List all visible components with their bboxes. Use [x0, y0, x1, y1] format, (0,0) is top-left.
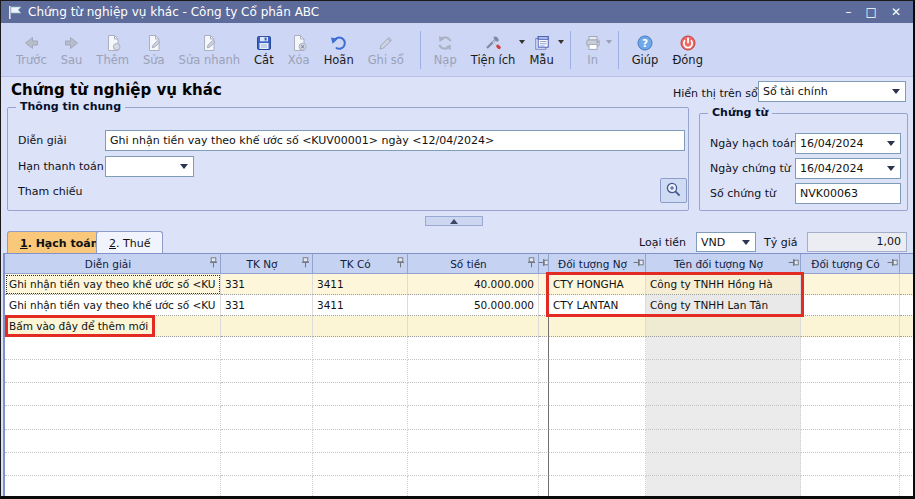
arrow-left-icon — [22, 34, 40, 52]
chevron-down-icon — [887, 166, 895, 171]
empty-cell — [539, 476, 549, 498]
floppy-icon — [255, 34, 273, 52]
grid-cell-tk_co[interactable]: 3411 — [313, 274, 408, 295]
due-date-select[interactable] — [105, 156, 194, 177]
empty-cell — [549, 337, 646, 360]
exchange-rate-input[interactable]: 1,00 — [807, 232, 907, 252]
empty-cell — [5, 476, 221, 498]
pin-icon[interactable] — [301, 257, 310, 270]
previous-button: Trước — [9, 30, 54, 69]
display-on-book-select[interactable]: Sổ tài chính — [758, 81, 906, 102]
maximize-button[interactable]: □ — [866, 6, 877, 18]
pin-icon[interactable] — [209, 257, 218, 270]
empty-cell — [801, 406, 900, 429]
document-date-picker[interactable]: 16/04/2024 — [795, 158, 901, 179]
document-number-input[interactable] — [795, 183, 901, 204]
column-header-doi_tuong_no[interactable]: Đối tượng Nợ — [549, 254, 646, 274]
empty-cell — [313, 360, 408, 383]
column-header-strip[interactable] — [539, 254, 549, 274]
help-button[interactable]: ?Giúp — [625, 30, 666, 69]
grid-cell-dien_giai[interactable]: Ghi nhận tiền vay theo khế ước số <KU — [5, 274, 221, 295]
empty-cell — [900, 406, 914, 429]
chevron-down-icon — [180, 164, 188, 169]
edit-button: Sửa — [136, 30, 172, 69]
toolbar-button-label: Ghi sổ — [368, 54, 404, 67]
empty-cell — [408, 453, 539, 476]
grid-cell-dien_giai[interactable]: Ghi nhận tiền vay theo khế ước số <KU — [5, 295, 221, 316]
grid-cell-doi_tuong_co[interactable] — [801, 274, 900, 295]
refresh-icon — [436, 34, 454, 52]
empty-cell — [408, 383, 539, 406]
empty-cell — [900, 453, 914, 476]
grid-cell-filler — [900, 316, 914, 337]
pin-icon[interactable] — [539, 257, 548, 270]
table-row: Ghi nhận tiền vay theo khế ước số <KU331… — [5, 274, 914, 295]
pin-icon[interactable] — [888, 257, 897, 270]
tab-thue[interactable]: 2. Thuế — [96, 231, 163, 254]
pin-icon[interactable] — [634, 257, 643, 270]
column-header-label: Diễn giải — [7, 258, 209, 270]
grid-cell-tk_co[interactable]: 3411 — [313, 295, 408, 316]
printer-icon — [584, 34, 602, 52]
toolbar-separator — [618, 31, 619, 69]
empty-cell — [549, 476, 646, 498]
grid-cell-so_tien[interactable]: 50.000.000 — [408, 295, 539, 316]
exchange-rate-label: Tỷ giá — [764, 236, 798, 249]
toolbar-button-label: In — [587, 54, 598, 67]
empty-row — [5, 406, 914, 429]
grid-cell-strip — [539, 295, 549, 316]
empty-cell — [313, 476, 408, 498]
reference-lookup-button[interactable] — [660, 178, 687, 203]
empty-cell — [539, 453, 549, 476]
empty-cell — [539, 337, 549, 360]
empty-cell — [900, 430, 914, 453]
add-new-row[interactable]: Bấm vào đây để thêm mới — [5, 316, 914, 337]
grid-cell-doi_tuong_no[interactable]: CTY HONGHA — [549, 274, 646, 295]
grid-cell-ten_doi_tuong_no[interactable]: Công ty TNHH Lan Tân — [646, 295, 801, 316]
undo-button[interactable]: Hoãn — [317, 30, 361, 69]
currency-select[interactable]: VND — [696, 232, 756, 252]
template-button[interactable]: Mẫu — [522, 30, 560, 69]
column-header-doi_tuong_co[interactable]: Đối tượng Có — [801, 254, 900, 274]
pin-icon[interactable] — [396, 257, 405, 270]
chevron-up-icon — [450, 219, 458, 224]
empty-cell — [646, 360, 801, 383]
grid-cell-doi_tuong_co[interactable] — [801, 295, 900, 316]
pin-icon[interactable] — [789, 257, 798, 270]
pin-icon[interactable] — [527, 257, 536, 270]
currency-label: Loại tiền — [639, 236, 686, 249]
column-header-label: TK Có — [315, 258, 396, 270]
dropdown-caret-icon[interactable] — [558, 40, 564, 44]
close-button[interactable]: ✕ — [891, 6, 901, 18]
column-header-ten_doi_tuong_no[interactable]: Tên đối tượng Nợ — [646, 254, 801, 274]
posting-date-picker[interactable]: 16/04/2024 — [795, 133, 901, 154]
empty-cell — [408, 360, 539, 383]
empty-cell — [539, 360, 549, 383]
utilities-button[interactable]: Tiện ích — [464, 30, 523, 69]
doc-delete-icon — [290, 34, 308, 52]
close-doc-button[interactable]: Đóng — [665, 30, 710, 69]
grid-cell-tk_no[interactable]: 331 — [221, 295, 313, 316]
grid-cell-so_tien[interactable]: 40.000.000 — [408, 274, 539, 295]
grid-cell-ten_doi_tuong_no[interactable]: Công ty TNHH Hồng Hà — [646, 274, 801, 295]
minimize-button[interactable]: – — [846, 6, 852, 18]
collapse-panel-button[interactable] — [425, 216, 483, 226]
column-header-so_tien[interactable]: Số tiền — [408, 254, 539, 274]
save-button[interactable]: Cắt — [247, 30, 281, 69]
toolbar-button-label: Sửa nhanh — [179, 54, 241, 67]
toolbar-button-label: Nạp — [434, 54, 457, 67]
empty-cell — [801, 476, 900, 498]
grid-cell-doi_tuong_no[interactable]: CTY LANTAN — [549, 295, 646, 316]
add-new-link[interactable]: Bấm vào đây để thêm mới — [5, 316, 221, 337]
toolbar-button-label: Giúp — [632, 54, 659, 67]
empty-cell — [900, 383, 914, 406]
dropdown-caret-icon[interactable] — [606, 40, 612, 44]
empty-cell — [539, 430, 549, 453]
grid-cell-tk_no[interactable]: 331 — [221, 274, 313, 295]
column-header-tk_no[interactable]: TK Nợ — [221, 254, 313, 274]
grid-cell-tk_no — [221, 316, 313, 337]
column-header-tk_co[interactable]: TK Có — [313, 254, 408, 274]
description-input[interactable] — [105, 130, 685, 151]
column-header-label: TK Nợ — [223, 258, 301, 270]
column-header-dien_giai[interactable]: Diễn giải — [5, 254, 221, 274]
